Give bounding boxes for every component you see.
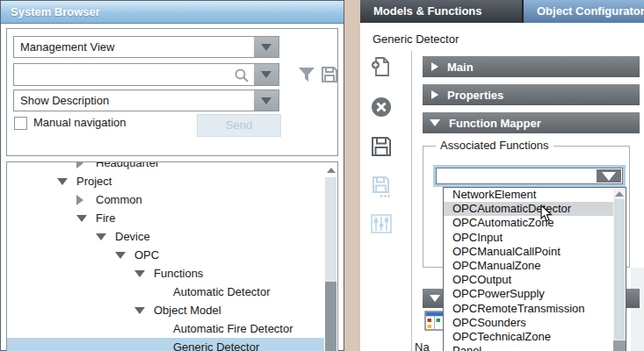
tab-object-configurator[interactable]: Object Configurator [524, 0, 644, 23]
tree-item-device[interactable]: Device [7, 227, 324, 246]
expanded-arrow-icon[interactable] [115, 252, 126, 259]
list-item[interactable]: OPCTechnicalZone [444, 330, 626, 344]
mouse-cursor-icon [540, 204, 554, 224]
models-functions-panel: Models & Functions Object Configurator G… [360, 0, 644, 351]
search-box [13, 63, 279, 86]
system-browser-panel: System Browser Management View Show De [0, 0, 344, 351]
list-item[interactable]: NetworkElement [444, 188, 626, 202]
view-selector-dropdown[interactable]: Management View [13, 36, 279, 58]
new-document-icon [370, 55, 393, 78]
tree-item-common[interactable]: Common [7, 190, 324, 209]
sliders-icon [370, 212, 393, 235]
view-selector-arrow-button[interactable] [254, 37, 279, 57]
tab-models-functions[interactable]: Models & Functions [360, 0, 522, 23]
display-mode-dropdown[interactable]: Show Description [13, 90, 279, 111]
display-mode-arrow-button[interactable] [254, 90, 279, 111]
save-as-icon [370, 176, 393, 198]
tree-item-fire[interactable]: Fire [7, 209, 324, 227]
list-item[interactable]: Panel [444, 344, 626, 351]
filter-group: Management View Show Description [6, 28, 338, 156]
tree-item-headquarter[interactable]: Headquarter [7, 161, 324, 172]
search-icon [234, 68, 250, 83]
tree-item-generic-detector-selected[interactable]: Generic Detector [7, 338, 324, 351]
save-as-button[interactable] [369, 175, 394, 199]
selected-object-title: Generic Detector [373, 32, 459, 46]
list-item-highlighted[interactable]: OPCAutomaticDetector [444, 202, 626, 216]
search-history-arrow-button[interactable] [254, 64, 279, 85]
manual-navigation-checkbox[interactable] [14, 117, 27, 130]
search-input[interactable] [14, 64, 232, 85]
system-tree: Headquarter Project Common Fire Device O… [6, 161, 338, 351]
expanded-arrow-icon [430, 119, 440, 126]
expanded-arrow-icon[interactable] [96, 233, 106, 240]
table-icon [424, 310, 445, 332]
configure-button[interactable] [369, 211, 394, 236]
dropdown-scrollbar[interactable] [613, 188, 626, 351]
cancel-icon [370, 96, 393, 118]
tab-bar: Models & Functions Object Configurator [360, 0, 644, 23]
expanded-arrow-icon[interactable] [134, 307, 145, 314]
filter-icon[interactable] [298, 66, 315, 83]
panel-title: System Browser [1, 1, 344, 24]
new-item-button[interactable] [369, 54, 394, 79]
save-button[interactable] [369, 134, 394, 159]
view-selector-value: Management View [20, 37, 114, 57]
scrollbar-thumb[interactable] [614, 199, 625, 340]
collapsed-arrow-icon [431, 62, 438, 71]
collapsed-arrow-icon[interactable] [76, 161, 83, 168]
tree-scrollbar[interactable] [325, 163, 336, 351]
function-combobox[interactable] [433, 165, 626, 187]
group-legend: Associated Functions [436, 139, 554, 152]
manual-navigation-label: Manual navigation [33, 116, 127, 129]
tree-item-automatic-detector[interactable]: Automatic Detector [7, 283, 324, 301]
save-icon [370, 135, 393, 158]
list-item[interactable]: OPCManualZone [444, 259, 626, 273]
section-properties[interactable]: Properties [423, 84, 640, 105]
list-item[interactable]: OPCRemoteTransmission [444, 302, 626, 316]
tree-item-opc[interactable]: OPC [7, 246, 324, 264]
toolbar-divider [411, 51, 412, 351]
list-item[interactable]: OPCSounders [444, 316, 626, 330]
background-strip [631, 268, 644, 351]
chevron-down-icon [261, 44, 271, 51]
chevron-down-icon [261, 71, 271, 78]
list-item[interactable]: OPCOutput [444, 273, 626, 287]
chevron-down-icon [261, 97, 271, 104]
scrollbar-bottom[interactable] [613, 340, 626, 351]
expanded-arrow-icon [430, 295, 440, 302]
section-function-mapper[interactable]: Function Mapper [423, 112, 640, 133]
save-filter-icon[interactable] [321, 66, 338, 83]
delete-button[interactable] [369, 95, 394, 119]
expanded-arrow-icon[interactable] [76, 215, 87, 222]
tree-item-automatic-fire-detector[interactable]: Automatic Fire Detector [7, 319, 324, 338]
expanded-arrow-icon[interactable] [134, 270, 145, 277]
list-item[interactable]: OPCPowerSupply [444, 287, 626, 301]
section-main[interactable]: Main [423, 56, 640, 77]
send-button[interactable]: Send [197, 114, 281, 137]
tree-rows: Headquarter Project Common Fire Device O… [7, 161, 324, 351]
list-item[interactable]: OPCAutomaticZone [444, 216, 626, 230]
scrollbar-thumb[interactable] [325, 282, 336, 351]
chevron-down-icon [602, 172, 616, 181]
function-dropdown-list: NetworkElement OPCAutomaticDetector OPCA… [443, 187, 626, 351]
list-item[interactable]: OPCInput [444, 231, 626, 245]
collapsed-arrow-icon [431, 90, 438, 99]
combobox-arrow-button[interactable] [596, 168, 622, 183]
expanded-arrow-icon[interactable] [57, 178, 68, 185]
tree-item-object-model[interactable]: Object Model [7, 301, 324, 319]
tree-item-functions[interactable]: Functions [7, 264, 324, 283]
display-mode-value: Show Description [20, 90, 109, 111]
list-item[interactable]: OPCManualCallPoint [444, 245, 626, 259]
scroll-up-icon[interactable] [327, 168, 336, 173]
collapsed-arrow-icon[interactable] [76, 195, 83, 205]
clipped-name-label: Na [415, 340, 430, 351]
tree-item-project[interactable]: Project [7, 172, 324, 190]
scroll-up-icon[interactable] [615, 191, 624, 197]
